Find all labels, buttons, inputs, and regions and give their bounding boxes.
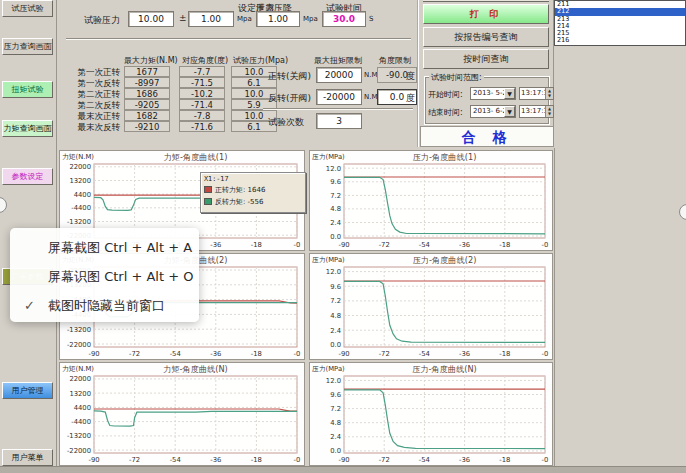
svg-text:22000: 22000: [69, 375, 91, 383]
test-time-input[interactable]: 30.0: [322, 11, 366, 27]
svg-text:-0: -0: [542, 241, 549, 249]
svg-text:-72: -72: [129, 350, 140, 358]
context-menu-item[interactable]: ✓截图时隐藏当前窗口: [10, 291, 199, 320]
start-date-dropdown-icon[interactable]: ▼: [504, 88, 515, 99]
chart-torque-n: 22000132004400-4400-13200-22000-90-72-54…: [59, 362, 305, 466]
result-torque-value: -8997: [124, 77, 170, 88]
sidebar-item-param-settings[interactable]: 参数设定: [2, 168, 53, 185]
svg-text:12.0: 12.0: [326, 377, 341, 385]
end-time-spinner[interactable]: 13:17:35 ▲▼: [519, 105, 554, 118]
sidebar-item-torque-query[interactable]: 力矩查询画面: [2, 120, 53, 137]
test-count-input[interactable]: 3: [316, 113, 362, 129]
mpa-unit-2: Mpa: [303, 15, 318, 23]
time-range-group: 试验时间范围: 开始时间: 2013- 5-28 ▼ 13:17:35 ▲▼ 结…: [424, 76, 550, 125]
svg-text:4.8: 4.8: [330, 419, 341, 427]
svg-text:-72: -72: [379, 241, 390, 249]
end-date-picker[interactable]: 2013- 6-27 ▼: [470, 105, 516, 118]
sidebar-item-user-management[interactable]: 用户管理: [2, 382, 53, 399]
forward-torque-unit: N.M: [364, 71, 378, 79]
end-time-label: 结束时间:: [428, 107, 463, 118]
mpa-unit-1: Mpa: [237, 15, 252, 23]
svg-text:-72: -72: [379, 456, 390, 464]
divider-line-2: [263, 108, 413, 110]
legend-entry-label: 正转力矩: 1646: [215, 186, 265, 194]
plus-minus-label: ±: [179, 13, 187, 23]
sidebar-item-pressure-test[interactable]: 试压试验: [2, 0, 53, 17]
svg-text:-0: -0: [294, 241, 301, 249]
svg-text:压力-角度曲线(N): 压力-角度曲线(N): [412, 364, 477, 374]
svg-text:-36: -36: [210, 350, 221, 358]
reverse-open-label: 反转(开阀): [268, 92, 311, 105]
query-by-report-button[interactable]: 按报告编号查询: [423, 27, 549, 47]
end-date-dropdown-icon[interactable]: ▼: [504, 106, 515, 117]
bottom-bar: [0, 466, 686, 473]
screenshot-context-menu: 屏幕截图 Ctrl + Alt + A屏幕识图 Ctrl + Alt + O✓截…: [10, 228, 199, 322]
report-list-item[interactable]: 212: [555, 8, 685, 15]
svg-text:-90: -90: [88, 456, 99, 464]
svg-text:4400: 4400: [74, 191, 91, 199]
result-angle-value: -7.7: [179, 66, 225, 77]
tolerance-input[interactable]: 1.00: [188, 11, 234, 27]
checkmark-icon: ✓: [24, 291, 44, 320]
start-time-spinner[interactable]: 13:17:35 ▲▼: [519, 87, 554, 100]
svg-text:2.4: 2.4: [330, 433, 341, 441]
result-angle-value: -10.2: [179, 88, 225, 99]
svg-text:压力-角度曲线(2): 压力-角度曲线(2): [413, 255, 477, 265]
legend-cursor-value: X1:-17: [204, 175, 302, 183]
svg-text:-90: -90: [88, 350, 99, 358]
svg-text:4.8: 4.8: [330, 205, 341, 213]
context-menu-item[interactable]: 屏幕识图 Ctrl + Alt + O: [10, 262, 199, 291]
svg-text:-0: -0: [294, 456, 301, 464]
svg-text:9.6: 9.6: [330, 391, 341, 399]
result-torque-value: -9210: [124, 121, 170, 132]
angle-limit-header: 角度限制: [379, 55, 411, 66]
svg-text:-18: -18: [499, 241, 510, 249]
context-menu-item-label: 截图时隐藏当前窗口: [48, 298, 165, 313]
result-box: 合 格: [420, 126, 554, 147]
svg-text:0.0: 0.0: [330, 233, 341, 241]
sidebar-item-user-menu[interactable]: 用户菜单: [2, 449, 53, 466]
svg-text:力矩-角度曲线(N): 力矩-角度曲线(N): [163, 364, 228, 374]
result-torque-value: 1677: [124, 66, 170, 77]
result-torque-value: 1682: [124, 110, 170, 121]
print-button[interactable]: 打 印: [423, 4, 549, 24]
leak-drop-input[interactable]: 1.00: [256, 11, 300, 27]
col-header-pressure: 试验压力(Mpa): [233, 55, 288, 66]
report-list-item[interactable]: 216: [555, 37, 685, 44]
test-count-label: 试验次数: [268, 116, 304, 129]
svg-text:-36: -36: [459, 456, 470, 464]
reverse-torque-input[interactable]: -20000: [316, 89, 362, 105]
forward-torque-input[interactable]: 20000: [316, 67, 362, 83]
col-header-torque: 最大力矩(N.M): [124, 55, 178, 66]
test-pressure-input[interactable]: 10.00: [128, 11, 174, 27]
svg-text:13200: 13200: [69, 177, 91, 185]
right-edge-handle[interactable]: [679, 204, 686, 220]
report-list-item[interactable]: 215: [555, 30, 685, 37]
reverse-deg-unit: 度: [406, 92, 415, 105]
end-time-spin-icon[interactable]: ▲▼: [545, 106, 553, 117]
svg-text:-36: -36: [210, 241, 221, 249]
report-list-item[interactable]: 213: [555, 16, 685, 23]
query-by-time-button[interactable]: 按时间查询: [423, 49, 549, 69]
report-list-item[interactable]: 211: [555, 1, 685, 8]
sidebar-item-torque-test[interactable]: 扭矩试验: [2, 81, 53, 98]
svg-text:压力(MPa): 压力(MPa): [312, 256, 345, 264]
sidebar-item-pressure-query[interactable]: 压力查询画面: [2, 38, 53, 55]
svg-text:-13200: -13200: [67, 218, 91, 226]
svg-text:力矩(N.M): 力矩(N.M): [62, 153, 94, 161]
svg-text:-90: -90: [338, 350, 349, 358]
svg-text:-90: -90: [338, 456, 349, 464]
result-angle-value: -71.4: [179, 99, 225, 110]
start-time-spin-icon[interactable]: ▲▼: [545, 88, 553, 99]
svg-text:-36: -36: [459, 241, 470, 249]
divider-line: [66, 38, 411, 40]
report-list-item[interactable]: 214: [555, 23, 685, 30]
svg-text:0.0: 0.0: [330, 447, 341, 455]
result-row-label: 最末次反转: [72, 122, 120, 134]
context-menu-item[interactable]: 屏幕截图 Ctrl + Alt + A: [10, 233, 199, 262]
forward-deg-unit: 度: [406, 70, 415, 83]
svg-text:2.4: 2.4: [330, 219, 341, 227]
start-date-picker[interactable]: 2013- 5-28 ▼: [470, 87, 516, 100]
svg-text:-36: -36: [459, 350, 470, 358]
report-number-list[interactable]: 211212213214215216: [554, 0, 686, 46]
